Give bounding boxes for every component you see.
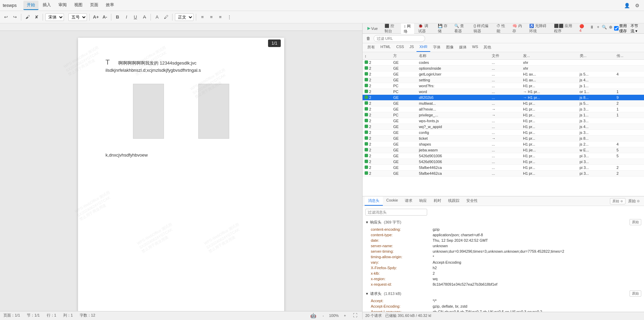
table-row[interactable]: 2 GE setting ... H1 ax... js 4... [363,77,644,83]
type-tab-css[interactable]: CSS [393,43,407,52]
align-center-btn[interactable]: ≡ [208,13,215,21]
tab-debugger[interactable]: 🐞 调试器 [415,23,433,35]
table-row[interactable]: 2 GE 5426d901006 ... H1 pr... pi 3... 5 [363,153,644,159]
menu-view[interactable]: 视图 [71,1,86,10]
tab-inspector[interactable]: 🔍 查看器 [452,23,469,35]
table-row[interactable]: 2 GE optionsInside ... xhr [363,66,644,71]
highlight-btn[interactable]: 🖊 [162,13,170,21]
type-tab-media[interactable]: 媒体 [456,43,469,52]
font-size-select[interactable]: 五号 [68,13,87,21]
settings-icon[interactable]: ⚙ [633,1,641,10]
underline-btn[interactable]: U [132,13,139,21]
font-decrease-icon[interactable]: A- [101,13,109,21]
search-dt-btn[interactable]: 🔍 [602,23,607,31]
details-tab-response[interactable]: 响应 [416,196,430,206]
format-paint-icon[interactable]: 🖌 [24,13,31,21]
resp-raw-btn[interactable]: 原始 [630,219,641,225]
font-color-btn[interactable]: A [153,13,161,21]
tab-storage[interactable]: 💾 存储 [435,23,450,35]
disable-cache-checkbox[interactable] [614,26,619,31]
type-tab-font[interactable]: 字体 [430,43,443,52]
menu-start[interactable]: 开始 [23,1,38,10]
table-row[interactable]: 2 PC word?frs: ... H1 pr... js 1... [363,83,644,89]
table-row[interactable]: 2 GE shapes ... H1 pr... js 2... 4 [363,141,644,147]
req-raw-btn[interactable]: 原始 [630,290,641,297]
table-row[interactable]: 2 GE 5fafbe4462ca ... H1 pr... pi 3... 2 [363,165,644,171]
tab-performance[interactable]: ⏱ 性能 [494,23,508,35]
font-increase-icon[interactable]: A+ [92,13,100,21]
details-tab-headers[interactable]: 消息头 [365,196,383,206]
table-row[interactable]: 2 GE 5fafbe4462ca ... H1 pr... pi 3... 2 [363,171,644,176]
user-icon[interactable]: 👤 [623,1,631,10]
bold-btn[interactable]: B [114,13,121,21]
menu-page[interactable]: 页面 [87,1,102,10]
tab-errors[interactable]: 🔴 4 [577,23,588,34]
italic-btn[interactable]: I [123,13,130,21]
tab-style-editor[interactable]: {} 样式编辑器 [471,23,492,35]
plus-btn[interactable]: + [596,23,601,31]
table-row[interactable]: 2 GE wps-fonts.js ... H1 pr... js 3... [363,118,644,124]
table-row[interactable]: 2 GE config ... H1 pr... js 3... [363,130,644,136]
table-row[interactable]: 2 GE all?revie... → H1 pr... js 3... 1 [363,106,644,112]
table-row[interactable]: 2 GE jieba.wasm ... H1 jie... w E... 5 [363,147,644,153]
table-row[interactable]: 2 GE d8202b5 ... → H1 pr... js 8... 9 [363,95,644,101]
tab-accessibility[interactable]: ♿ 无障碍环境 [526,23,550,35]
zoom-out-btn[interactable]: - [323,313,324,318]
tab-vue[interactable]: ▶ Vue [365,25,380,32]
details-tab-trace[interactable]: 线跟踪 [445,196,463,206]
doc-paragraph-t[interactable]: T 啊啊啊啊啊啊我发的 12344sdgesdlk;jvc ilsdkjnrfe… [106,58,257,73]
wm4: WPS-WebOffice 测试用SX20240624YGTCAK禁止用于商业用… [74,190,163,305]
type-tab-html[interactable]: HTML [378,43,393,52]
menu-insert[interactable]: 插入 [39,1,54,10]
table-row[interactable]: 2 GE wq?_w_appid ... H1 pr... js 4... [363,124,644,130]
header-filter-input[interactable] [365,209,427,216]
row-initiator: H1 pr... [521,106,578,112]
type-tab-image[interactable]: 图像 [443,43,456,52]
table-row[interactable]: 2 GE getLoginUser ... H1 ax... js 5... 4 [363,71,644,77]
strikethrough-btn[interactable]: A̶ [141,13,148,21]
request-headers-section[interactable]: ▼ 请求头 (1.813 kB) 原始 [365,289,641,298]
raw-btn-1[interactable]: 原始 ⊙ [610,198,625,204]
robot-icon[interactable]: 🤖 [309,311,318,320]
tab-application[interactable]: ⬛⬛ 应用程序 [551,23,575,35]
details-tab-cookie[interactable]: Cookie [383,196,401,206]
table-row[interactable]: 2 PC word ... → H1 pr... or 1... 1 [363,89,644,95]
clear-network-btn[interactable]: 🗑 [365,35,372,42]
table-row[interactable]: 2 GE 5426d901006 ... H1 pr... pi 3... [363,159,644,165]
type-tab-other[interactable]: 其他 [481,43,494,52]
table-row[interactable]: 2 GE codes ... xhr [363,60,644,66]
tab-memory[interactable]: 🧠 内存 [510,23,525,35]
details-tab-timing[interactable]: 耗时 [430,196,445,206]
row-method: GE [391,130,417,136]
pause-btn[interactable]: ⏸ [589,23,595,31]
style-select[interactable]: 正文 [175,13,193,21]
align-right-btn[interactable]: ≡ [216,13,224,21]
net-table-container[interactable]: ↕ 方 名称 文件 发... 类... 传... 2 GE codes ... … [363,52,644,196]
table-row[interactable]: 2 GE ticket → H1 pr... js 8... [363,136,644,141]
type-tab-js[interactable]: JS [407,43,417,52]
fullscreen-btn[interactable]: ⛶ [351,312,359,319]
more-btn[interactable]: ⋮ [225,13,233,21]
table-row[interactable]: 2 GE multiwat... ... H1 pr... js 5... 2 [363,101,644,106]
type-tab-all[interactable]: 所有 [365,43,378,52]
undo-btn[interactable]: ↩ [2,13,10,21]
menu-review[interactable]: 审阅 [55,1,70,10]
menu-efficiency[interactable]: 效率 [102,1,118,10]
details-tab-request[interactable]: 请求 [401,196,416,206]
table-row[interactable]: 2 PC privilege_... → H1 pr... js 1... 1 [363,112,644,118]
filter-url-input[interactable] [374,35,425,42]
tab-console[interactable]: ⬛ 控制台 [382,23,400,35]
clear-format-icon[interactable]: ✘ [33,13,40,21]
details-tab-security[interactable]: 安全性 [463,196,481,206]
doc-main-text[interactable]: 啊啊啊啊啊啊我发的 12344sdgesdlk;jvc ilsdkjnrfela… [106,60,201,73]
doc-scroll[interactable]: WPS-WebOffice 测试用SX20240624YGTCAK禁止用于商业用… [0,31,362,311]
align-left-btn[interactable]: ≡ [199,13,206,21]
response-headers-section[interactable]: ▼ 响应头 (369 字节) 原始 [365,218,641,227]
zoom-in-btn[interactable]: + [344,313,346,318]
type-tab-xhr[interactable]: XHR [417,43,430,52]
doc-bottom-para[interactable]: k,dnxcjvhsdfyhbvoew [106,152,257,158]
redo-btn[interactable]: ↪ [11,13,19,21]
magnifier-btn[interactable]: ⊕ [608,23,613,31]
type-tab-ws[interactable]: WS [469,43,481,52]
font-family-select[interactable]: 宋体 [45,13,64,21]
